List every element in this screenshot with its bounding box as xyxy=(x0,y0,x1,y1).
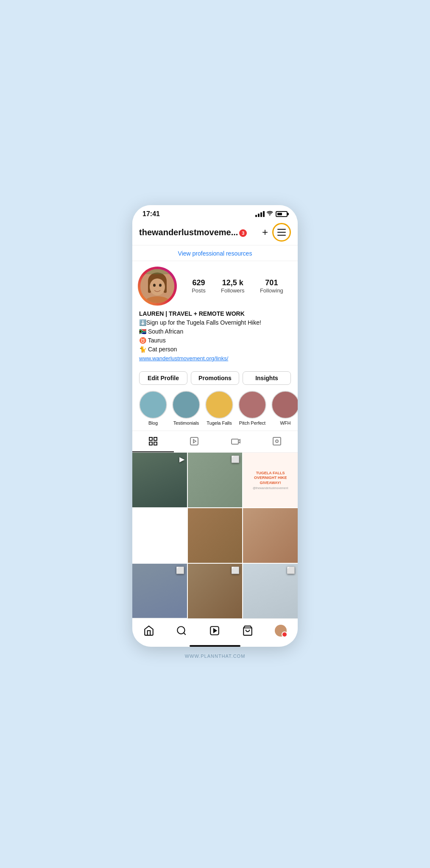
photo-cell-4[interactable] xyxy=(188,508,243,563)
tab-tagged[interactable] xyxy=(257,431,298,452)
add-button[interactable]: + xyxy=(262,226,268,238)
profile-avatar xyxy=(275,625,287,637)
gallery-icon-4: ⬜ xyxy=(287,566,295,574)
wifi-icon xyxy=(267,211,274,217)
highlight-tugela-label: Tugela Falls xyxy=(207,420,232,426)
photo-cell-8[interactable]: ⬜ xyxy=(243,564,298,618)
highlight-blog-circle xyxy=(139,391,167,419)
username-text: thewanderlustmoveme... xyxy=(139,228,238,237)
bio-name: LAUREN | TRAVEL + REMOTE WORK xyxy=(139,309,291,318)
status-bar: 17:41 xyxy=(132,205,298,220)
professional-resources-bar: View professional resources xyxy=(132,245,298,261)
svg-marker-21 xyxy=(214,629,217,632)
highlight-pitch-perfect-label: Pitch Perfect xyxy=(239,420,265,426)
reels-nav-button[interactable] xyxy=(206,623,223,638)
app-header: thewanderlustmoveme...3 + xyxy=(132,220,298,245)
highlight-wfh-label: WFH xyxy=(280,420,290,426)
highlight-pitch-perfect-circle xyxy=(238,391,266,419)
svg-marker-14 xyxy=(193,440,196,443)
gallery-icon-3: ⬜ xyxy=(231,566,240,574)
highlight-testimonials-label: Testimonials xyxy=(173,420,199,426)
svg-point-5 xyxy=(153,284,156,287)
search-nav-button[interactable] xyxy=(173,623,190,638)
profile-nav-button[interactable] xyxy=(271,623,290,638)
profile-stats: 629 Posts 12,5 k Followers 701 Following xyxy=(184,278,291,294)
tab-igtv[interactable] xyxy=(215,431,257,452)
signal-icon xyxy=(255,211,265,217)
bio-section: LAUREN | TRAVEL + REMOTE WORK ⬇️Sign up … xyxy=(139,309,291,363)
promotions-button[interactable]: Promotions xyxy=(191,371,239,385)
view-professional-resources-link[interactable]: View professional resources xyxy=(178,250,252,257)
followers-count: 12,5 k xyxy=(222,278,243,287)
menu-button[interactable] xyxy=(272,223,291,242)
svg-rect-16 xyxy=(273,437,281,445)
battery-icon xyxy=(276,211,288,217)
svg-point-6 xyxy=(159,284,162,287)
svg-rect-10 xyxy=(154,437,157,440)
edit-profile-button[interactable]: Edit Profile xyxy=(139,371,187,385)
video-icon: ▶ xyxy=(179,455,184,463)
following-label: Following xyxy=(260,287,283,294)
svg-rect-13 xyxy=(190,437,198,445)
footer-text: WWW.PLANNTHAT.COM xyxy=(185,654,246,659)
posts-count: 629 xyxy=(192,278,205,287)
bio-link[interactable]: www.wanderlustmovement.org/links/ xyxy=(139,355,228,362)
insights-button[interactable]: Insights xyxy=(243,371,291,385)
profile-top: 629 Posts 12,5 k Followers 701 Following xyxy=(139,268,291,304)
posts-label: Posts xyxy=(192,287,206,294)
avatar-wrap[interactable] xyxy=(139,268,176,304)
gallery-icon-2: ⬜ xyxy=(176,566,184,574)
svg-rect-9 xyxy=(149,437,152,440)
photo-cell-5[interactable] xyxy=(243,508,298,563)
content-tabs xyxy=(132,431,298,453)
tab-grid[interactable] xyxy=(132,431,174,452)
highlight-testimonials-circle xyxy=(172,391,200,419)
bio-line1: ⬇️Sign up for the Tugela Falls Overnight… xyxy=(139,318,291,327)
home-nav-button[interactable] xyxy=(140,623,158,638)
highlight-pitch-perfect[interactable]: Pitch Perfect xyxy=(238,391,266,426)
posts-stat[interactable]: 629 Posts xyxy=(192,278,206,294)
photo-cell-giveaway[interactable]: TUGELA FALLSOVERNIGHT HIKEGIVEAWAY! @the… xyxy=(243,453,298,507)
giveaway-sub: @thewanderlustmovement xyxy=(253,487,288,490)
svg-point-17 xyxy=(276,440,278,442)
gallery-icon: ⬜ xyxy=(231,455,240,463)
reels-icon xyxy=(209,625,220,636)
profile-section: 629 Posts 12,5 k Followers 701 Following… xyxy=(132,261,298,366)
following-count: 701 xyxy=(265,278,278,287)
highlight-blog[interactable]: Blog xyxy=(139,391,167,426)
action-buttons: Edit Profile Promotions Insights xyxy=(139,371,291,385)
home-indicator xyxy=(190,645,240,647)
bottom-nav xyxy=(132,618,298,642)
svg-line-19 xyxy=(184,633,186,635)
photo-cell-1[interactable]: ▶ xyxy=(132,453,187,507)
following-stat[interactable]: 701 Following xyxy=(260,278,283,294)
bio-line3: ♉ Taurus xyxy=(139,336,291,345)
avatar xyxy=(140,269,174,303)
bio-line2: 🇿🇦 South African xyxy=(139,327,291,336)
status-time: 17:41 xyxy=(142,210,160,218)
username: thewanderlustmoveme...3 xyxy=(139,228,257,237)
highlight-testimonials[interactable]: Testimonials xyxy=(172,391,200,426)
svg-rect-12 xyxy=(154,442,157,445)
page-footer: WWW.PLANNTHAT.COM xyxy=(185,647,246,663)
notification-badge: 3 xyxy=(239,229,247,237)
svg-rect-15 xyxy=(232,439,238,444)
photo-cell-2[interactable]: ⬜ xyxy=(188,453,243,507)
photo-cell-7[interactable]: ⬜ xyxy=(188,564,243,618)
highlight-tugela[interactable]: Tugela Falls xyxy=(205,391,233,426)
svg-point-18 xyxy=(178,626,185,634)
shop-nav-button[interactable] xyxy=(239,623,257,638)
shop-icon xyxy=(242,625,253,636)
giveaway-title: TUGELA FALLSOVERNIGHT HIKEGIVEAWAY! xyxy=(254,471,287,486)
highlights-row: Blog Testimonials Tugela Falls Pitch Per… xyxy=(132,385,298,429)
highlight-wfh[interactable]: WFH xyxy=(271,391,298,426)
svg-rect-11 xyxy=(149,442,152,445)
photo-cell-6[interactable]: ⬜ xyxy=(132,564,187,618)
home-icon xyxy=(143,625,154,636)
tab-reels[interactable] xyxy=(174,431,215,452)
followers-label: Followers xyxy=(221,287,245,294)
highlight-wfh-circle xyxy=(271,391,298,419)
photo-grid: ▶ ⬜ TUGELA FALLSOVERNIGHT HIKEGIVEAWAY! … xyxy=(132,453,298,618)
followers-stat[interactable]: 12,5 k Followers xyxy=(221,278,245,294)
svg-point-4 xyxy=(150,278,165,295)
